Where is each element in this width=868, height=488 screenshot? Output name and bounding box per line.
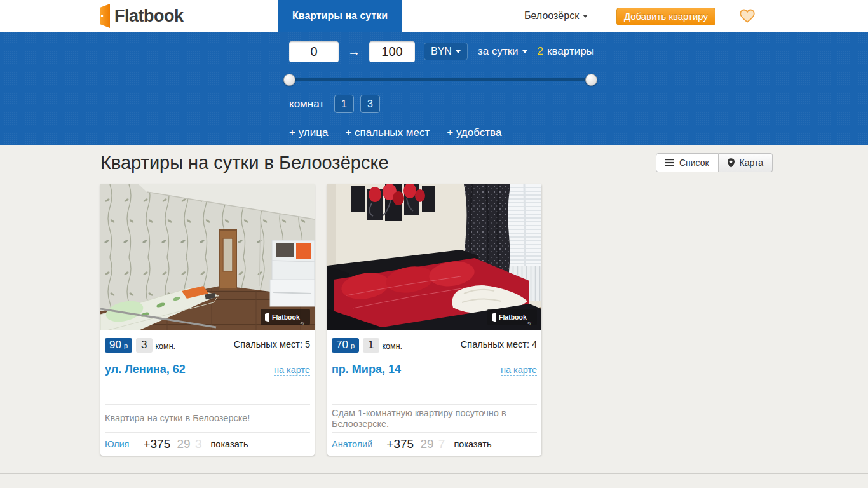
on-map-link[interactable]: на карте — [274, 365, 310, 376]
rooms-badge: 1 — [363, 338, 379, 353]
address-link[interactable]: пр. Мира, 14 — [332, 363, 401, 376]
currency-dropdown[interactable]: BYN — [424, 43, 468, 60]
door-logo-icon — [98, 4, 112, 28]
photo-watermark: Flatbook .by — [261, 309, 310, 325]
address-row: пр. Мира, 14 на карте — [332, 363, 537, 376]
arrow-separator: → — [348, 44, 360, 59]
filter-amenities-link[interactable]: + удобства — [447, 126, 501, 139]
price-currency: р — [351, 342, 355, 349]
price-badge: 90 р — [105, 338, 132, 353]
price-row: 90 р 3 комн. Спальных мест: 5 — [105, 338, 310, 353]
price-filter-row: → BYN за сутки 2квартиры — [289, 41, 594, 62]
price-badge: 70 р — [332, 338, 359, 353]
result-count-number: 2 — [538, 45, 543, 57]
card-body: 90 р 3 комн. Спальных мест: 5 ул. Ленина… — [100, 338, 315, 456]
listing-photo[interactable]: Flatbook .by — [327, 184, 541, 330]
contact-name-link[interactable]: Анатолий — [332, 439, 372, 449]
tab-daily-apartments[interactable]: Квартиры на сутки — [278, 0, 402, 32]
listing-card: Flatbook .by 70 р 1 комн. Спальных мест:… — [327, 184, 541, 456]
rooms-label: комнат — [289, 98, 324, 111]
rooms-word: комн. — [156, 342, 176, 353]
favorites-heart-icon[interactable] — [740, 9, 755, 23]
svg-text:Flatbook: Flatbook — [499, 313, 527, 321]
result-count-word: квартиры — [547, 45, 594, 57]
extra-filters-row: + улица + спальных мест + удобства — [289, 126, 594, 139]
filter-panel: → BYN за сутки 2квартиры комн — [0, 32, 868, 145]
rooms-option-1[interactable]: 1 — [334, 95, 354, 113]
period-dropdown[interactable]: за сутки — [478, 45, 527, 58]
price-row: 70 р 1 комн. Спальных мест: 4 — [332, 338, 537, 353]
page-title: Квартиры на сутки в Белоозёрске — [100, 152, 389, 173]
footer — [0, 473, 868, 488]
price-value: 90 — [109, 339, 121, 351]
phone-operator: 29 — [420, 437, 433, 451]
slider-handle-min[interactable] — [283, 74, 295, 86]
phone-masked-digit: 7 — [438, 437, 445, 451]
phone-code: +375 — [143, 437, 170, 451]
price-max-input[interactable] — [369, 41, 415, 62]
rooms-word: комн. — [383, 342, 403, 353]
beds-count: Спальных мест: 5 — [234, 338, 310, 349]
card-body: 70 р 1 комн. Спальных мест: 4 пр. Мира, … — [327, 338, 541, 456]
chevron-down-icon — [522, 50, 527, 53]
filter-beds-link[interactable]: + спальных мест — [345, 126, 430, 139]
slider-handle-max[interactable] — [585, 74, 597, 86]
contact-row: Юлия +375 29 3 показать — [105, 433, 310, 456]
chevron-down-icon — [456, 50, 461, 53]
phone-number: +375 29 3 — [143, 437, 201, 451]
listing-photo[interactable]: Flatbook .by — [100, 184, 315, 330]
period-value: за сутки — [478, 45, 519, 58]
phone-operator: 29 — [177, 437, 191, 451]
view-map-button[interactable]: Карта — [719, 153, 773, 172]
price-currency: р — [124, 342, 128, 349]
address-link[interactable]: ул. Ленина, 62 — [105, 363, 186, 376]
contact-row: Анатолий +375 29 7 показать — [332, 433, 537, 456]
price-slider — [289, 74, 592, 86]
view-toggle: Список Карта — [656, 153, 773, 172]
view-list-label: Список — [679, 158, 709, 168]
city-selector[interactable]: Белоозёрск — [524, 0, 588, 32]
logo-text: Flatbook — [114, 6, 184, 26]
price-min-input[interactable] — [289, 41, 339, 62]
show-phone-link[interactable]: показать — [211, 439, 248, 449]
add-apartment-button[interactable]: Добавить квартиру — [616, 8, 715, 25]
page: Flatbook Квартиры на сутки Белоозёрск До… — [0, 0, 868, 488]
beds-count: Спальных мест: 4 — [461, 338, 537, 349]
phone-code: +375 — [386, 437, 414, 451]
city-name: Белоозёрск — [524, 10, 579, 21]
show-phone-link[interactable]: показать — [454, 439, 491, 449]
view-list-button[interactable]: Список — [656, 153, 719, 172]
header: Flatbook Квартиры на сутки Белоозёрск До… — [0, 0, 868, 32]
phone-number: +375 29 7 — [386, 437, 445, 451]
on-map-link[interactable]: на карте — [501, 365, 537, 376]
map-pin-icon — [728, 158, 735, 168]
listing-description: Квартира на сутки в Белоозерске! — [105, 404, 310, 433]
price-slider-track[interactable] — [289, 78, 592, 81]
rooms-option-3[interactable]: 3 — [360, 95, 380, 113]
view-map-label: Карта — [740, 158, 763, 168]
contact-name-link[interactable]: Юлия — [105, 439, 129, 449]
rooms-filter-row: комнат 1 3 — [289, 95, 594, 113]
filter-street-link[interactable]: + улица — [289, 126, 328, 139]
currency-value: BYN — [431, 46, 452, 57]
svg-text:.by: .by — [527, 321, 531, 325]
listing-description: Сдам 1-комнатную квартиру посуточно в Бе… — [332, 404, 537, 433]
price-value: 70 — [336, 339, 348, 351]
list-icon — [665, 159, 674, 166]
result-count: 2квартиры — [538, 45, 594, 58]
rooms-badge: 3 — [136, 338, 152, 353]
logo[interactable]: Flatbook — [98, 4, 184, 28]
photo-watermark: Flatbook .by — [487, 309, 537, 325]
listing-card: Flatbook .by 90 р 3 комн. Спальных мест:… — [100, 184, 315, 456]
chevron-down-icon — [583, 15, 588, 18]
svg-text:.by: .by — [300, 321, 304, 325]
svg-text:Flatbook: Flatbook — [272, 313, 300, 321]
phone-masked-digit: 3 — [195, 437, 202, 451]
address-row: ул. Ленина, 62 на карте — [105, 363, 310, 376]
filter-inner: → BYN за сутки 2квартиры комн — [289, 41, 594, 139]
